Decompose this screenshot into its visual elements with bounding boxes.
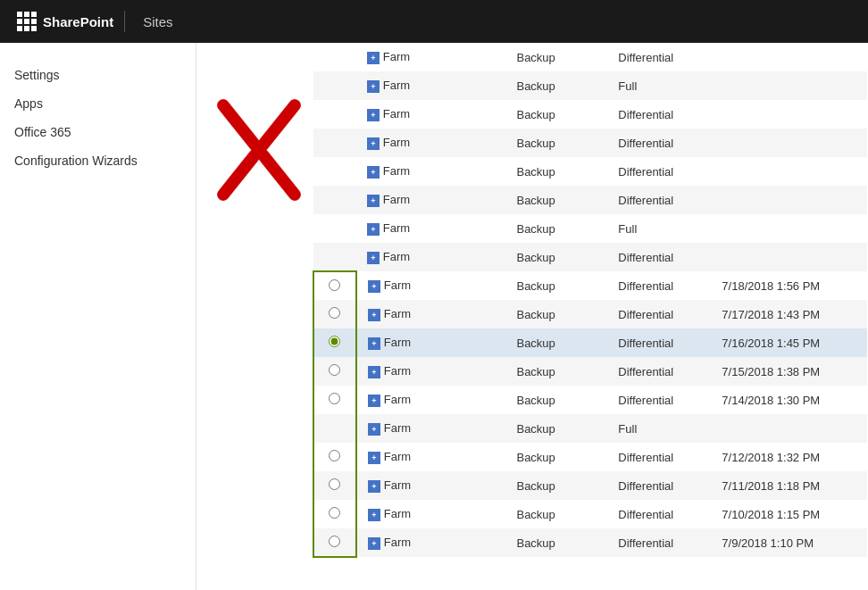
table-row: +FarmBackupDifferential7/17/2018 1:43 PM <box>313 300 867 328</box>
radio-cell[interactable] <box>313 443 356 471</box>
sidebar-item-apps[interactable]: Apps <box>0 89 196 118</box>
component-cell: +Farm <box>356 43 506 71</box>
date-cell <box>711 214 867 243</box>
table-row: +FarmBackupDifferential <box>313 100 867 129</box>
farm-icon: + <box>368 537 380 550</box>
farm-icon: + <box>368 309 380 321</box>
farm-icon: + <box>367 137 380 150</box>
type-cell: Backup <box>505 528 607 557</box>
subtype-cell: Differential <box>607 100 711 129</box>
date-cell: 7/10/2018 1:15 PM <box>711 500 867 528</box>
type-cell: Backup <box>505 157 607 186</box>
radio-cell <box>313 186 356 214</box>
table-row: +FarmBackupDifferential <box>313 157 867 186</box>
date-cell <box>711 414 867 443</box>
type-cell: Backup <box>505 129 607 157</box>
table-row: +FarmBackupDifferential <box>313 186 867 214</box>
radio-cell[interactable] <box>313 500 356 528</box>
date-cell: 7/9/2018 1:10 PM <box>711 528 867 557</box>
component-name: Farm <box>384 336 411 349</box>
subtype-cell: Full <box>607 71 711 100</box>
type-cell: Backup <box>505 443 607 471</box>
farm-icon: + <box>367 109 380 121</box>
component-name: Farm <box>383 250 410 263</box>
radio-cell <box>313 243 356 271</box>
subtype-cell: Differential <box>607 528 711 557</box>
radio-cell[interactable] <box>313 300 356 328</box>
component-name: Farm <box>384 307 411 320</box>
backup-radio[interactable] <box>329 307 340 319</box>
radio-cell[interactable] <box>313 528 356 557</box>
subtype-cell: Differential <box>607 129 711 157</box>
subtype-cell: Full <box>607 414 711 443</box>
component-cell: +Farm <box>356 100 506 129</box>
radio-cell <box>313 71 356 100</box>
table-row: +FarmBackupDifferential7/15/2018 1:38 PM <box>313 357 867 386</box>
radio-cell <box>313 129 356 157</box>
type-cell: Backup <box>505 71 607 100</box>
type-cell: Backup <box>505 386 607 414</box>
component-cell: +Farm <box>356 271 506 300</box>
table-row: +FarmBackupFull <box>313 71 867 100</box>
component-cell: +Farm <box>356 243 506 271</box>
component-cell: +Farm <box>356 471 506 500</box>
component-cell: +Farm <box>356 500 506 528</box>
backup-radio[interactable] <box>329 393 340 404</box>
table-row: +FarmBackupDifferential <box>313 43 867 71</box>
component-name: Farm <box>383 164 410 178</box>
component-cell: +Farm <box>356 328 506 357</box>
farm-icon: + <box>368 366 380 378</box>
sidebar-item-config-wizards[interactable]: Configuration Wizards <box>0 146 196 175</box>
component-name: Farm <box>383 50 410 63</box>
farm-icon: + <box>368 337 380 350</box>
component-cell: +Farm <box>356 300 506 328</box>
radio-cell <box>313 214 356 243</box>
component-name: Farm <box>383 107 410 120</box>
subtype-cell: Full <box>607 214 711 243</box>
component-cell: +Farm <box>356 71 506 100</box>
type-cell: Backup <box>505 471 607 500</box>
waffle-icon <box>17 12 37 31</box>
type-cell: Backup <box>505 214 607 243</box>
farm-icon: + <box>368 280 380 293</box>
radio-cell[interactable] <box>313 328 356 357</box>
type-cell: Backup <box>505 300 607 328</box>
type-cell: Backup <box>505 414 607 443</box>
radio-cell[interactable] <box>313 386 356 414</box>
component-name: Farm <box>384 478 411 492</box>
type-cell: Backup <box>505 357 607 386</box>
component-cell: +Farm <box>356 386 506 414</box>
subtype-cell: Differential <box>607 157 711 186</box>
type-cell: Backup <box>505 328 607 357</box>
type-cell: Backup <box>505 100 607 129</box>
radio-cell <box>313 100 356 129</box>
backup-radio[interactable] <box>329 507 340 519</box>
component-cell: +Farm <box>356 357 506 386</box>
table-row: +FarmBackupDifferential7/11/2018 1:18 PM <box>313 471 867 500</box>
backup-radio[interactable] <box>329 536 340 547</box>
component-name: Farm <box>384 393 411 406</box>
radio-cell <box>313 157 356 186</box>
backup-radio[interactable] <box>329 450 340 461</box>
subtype-cell: Differential <box>607 271 711 300</box>
sidebar-item-office365[interactable]: Office 365 <box>0 118 196 146</box>
backup-radio[interactable] <box>329 279 340 291</box>
backup-radio[interactable] <box>329 478 340 490</box>
radio-cell[interactable] <box>313 471 356 500</box>
radio-cell[interactable] <box>313 271 356 300</box>
waffle-button[interactable] <box>11 5 43 37</box>
radio-cell <box>313 414 356 443</box>
table-row: +FarmBackupDifferential7/16/2018 1:45 PM <box>313 328 867 357</box>
component-cell: +Farm <box>356 214 506 243</box>
component-cell: +Farm <box>356 443 506 471</box>
header-divider <box>124 11 125 32</box>
sidebar-item-settings[interactable]: Settings <box>0 61 196 89</box>
component-name: Farm <box>384 421 411 435</box>
backup-radio[interactable] <box>329 364 340 376</box>
radio-cell[interactable] <box>313 357 356 386</box>
backup-radio[interactable] <box>329 336 340 347</box>
page-layout: Settings Apps Office 365 Configuration W… <box>0 43 868 590</box>
farm-icon: + <box>367 252 380 264</box>
subtype-cell: Differential <box>607 357 711 386</box>
date-cell: 7/18/2018 1:56 PM <box>711 271 867 300</box>
